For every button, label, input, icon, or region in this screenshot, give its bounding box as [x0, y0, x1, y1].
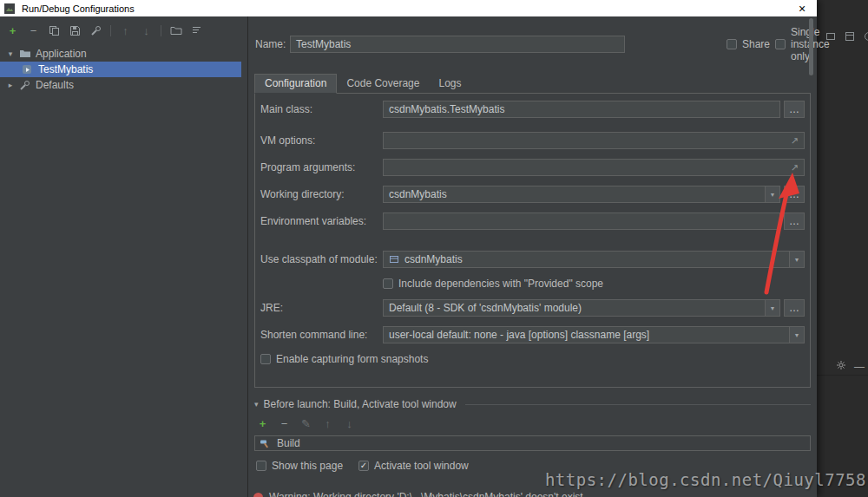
include-dependencies-checkbox[interactable]: Include dependencies with "Provided" sco…: [383, 278, 603, 290]
show-this-page-checkbox[interactable]: Show this page: [256, 460, 343, 472]
program-arguments-label: Program arguments:: [260, 161, 383, 173]
tree-item-label: Application: [36, 48, 87, 60]
use-classpath-row: Use classpath of module: csdnMybatis ▼: [260, 251, 805, 268]
warning-row: Warning: Working directory 'D:\...\Mybat…: [253, 491, 583, 497]
move-down-icon[interactable]: ↓: [343, 417, 356, 430]
tab-configuration[interactable]: Configuration: [254, 74, 337, 94]
watermark: https://blog.csdn.net/Qiuyl7758: [545, 470, 866, 489]
shorten-command-line-select[interactable]: user-local default: none - java [options…: [383, 326, 805, 343]
dropdown-arrow-icon[interactable]: ▼: [789, 327, 804, 343]
ide-background-strip: —: [817, 0, 868, 497]
program-arguments-row: Program arguments: ↗: [260, 159, 805, 176]
tab-logs[interactable]: Logs: [429, 75, 470, 93]
activate-tool-window-checkbox[interactable]: ✓ Activate tool window: [358, 460, 469, 472]
sort-configurations-icon[interactable]: [190, 24, 203, 37]
name-input[interactable]: TestMybatis: [290, 36, 625, 53]
name-label: Name:: [255, 38, 290, 50]
edit-templates-icon[interactable]: [89, 24, 102, 37]
before-launch-task-build[interactable]: Build: [254, 435, 811, 451]
enable-capturing-checkbox[interactable]: Enable capturing form snapshots: [260, 353, 428, 365]
vm-options-input[interactable]: ↗: [383, 132, 805, 149]
ide-toolbar-icon[interactable]: [843, 29, 856, 43]
dialog-title: Run/Debug Configurations: [22, 3, 135, 14]
checkbox-label: Activate tool window: [374, 460, 469, 472]
use-classpath-value: csdnMybatis: [404, 253, 463, 265]
run-debug-configurations-dialog: Run/Debug Configurations × + − ↑ ↓: [0, 0, 817, 497]
warning-icon: [253, 493, 263, 497]
collapse-section-icon[interactable]: ▾: [254, 400, 259, 409]
move-down-icon[interactable]: ↓: [140, 24, 153, 37]
checkbox-box: [256, 461, 266, 471]
expand-arrow-icon[interactable]: ▾: [6, 49, 15, 58]
toolbar-separator: [110, 25, 111, 36]
shorten-command-line-row: Shorten command line: user-local default…: [260, 326, 805, 343]
configurations-sidebar: + − ↑ ↓ ▾ Application: [0, 16, 248, 497]
before-launch-header[interactable]: ▾ Before launch: Build, Activate tool wi…: [254, 398, 811, 410]
vm-options-row: VM options: ↗: [260, 132, 805, 149]
add-task-icon[interactable]: +: [256, 417, 269, 430]
jre-value: Default (8 - SDK of 'csdnMybatis' module…: [389, 302, 582, 314]
module-icon: [389, 254, 401, 265]
name-value: TestMybatis: [296, 38, 351, 50]
move-up-icon[interactable]: ↑: [321, 417, 334, 430]
edit-task-icon[interactable]: ✎: [299, 417, 312, 430]
checkbox-label: Share: [742, 38, 770, 50]
single-instance-checkbox[interactable]: Single instance only: [775, 26, 810, 62]
scrollbar-thumb[interactable]: [809, 18, 813, 75]
checkbox-box: [260, 354, 271, 364]
working-directory-label: Working directory:: [260, 188, 383, 200]
application-run-icon: [22, 64, 34, 75]
section-divider: [465, 404, 811, 405]
jre-select[interactable]: Default (8 - SDK of 'csdnMybatis' module…: [383, 299, 780, 317]
checkbox-box: [775, 39, 786, 49]
copy-configuration-icon[interactable]: [48, 24, 61, 37]
enable-capturing-row: Enable capturing form snapshots: [260, 353, 805, 365]
remove-task-icon[interactable]: −: [278, 417, 291, 430]
environment-variables-input[interactable]: [383, 213, 780, 230]
hide-panel-icon[interactable]: —: [854, 361, 865, 373]
use-classpath-label: Use classpath of module:: [260, 253, 383, 265]
checkbox-box: [383, 278, 393, 289]
configuration-editor: Name: TestMybatis Share Single instance …: [248, 16, 817, 497]
tab-bar: Configuration Code Coverage Logs: [254, 74, 811, 93]
main-class-browse-button[interactable]: …: [784, 101, 805, 118]
tree-item-defaults[interactable]: ▸ Defaults: [0, 77, 247, 93]
environment-variables-label: Environment variables:: [260, 215, 383, 227]
checkbox-box: ✓: [358, 461, 369, 471]
checkbox-label: Enable capturing form snapshots: [276, 353, 428, 365]
shorten-command-line-value: user-local default: none - java [options…: [389, 329, 649, 341]
shorten-command-line-label: Shorten command line:: [260, 329, 383, 341]
main-class-label: Main class:: [260, 103, 383, 115]
move-up-icon[interactable]: ↑: [119, 24, 132, 37]
vm-options-label: VM options:: [260, 134, 383, 147]
expand-field-icon[interactable]: ↗: [791, 135, 799, 147]
collapse-arrow-icon[interactable]: ▸: [6, 81, 15, 89]
main-class-value: csdnMybatis.TestMybatis: [389, 103, 504, 115]
save-configuration-icon[interactable]: [69, 24, 82, 37]
wrench-icon: [19, 80, 31, 90]
tab-code-coverage[interactable]: Code Coverage: [337, 75, 429, 93]
new-folder-icon[interactable]: [169, 24, 182, 37]
checkbox-label: Show this page: [272, 460, 343, 472]
ide-toolbar-icon[interactable]: [862, 29, 868, 43]
remove-configuration-icon[interactable]: −: [27, 24, 40, 37]
tree-item-application[interactable]: ▾ Application: [0, 46, 247, 62]
main-class-input[interactable]: csdnMybatis.TestMybatis: [383, 101, 780, 118]
tree-item-testmybatis[interactable]: TestMybatis: [0, 62, 241, 77]
tree-item-label: Defaults: [36, 79, 74, 91]
working-directory-input[interactable]: csdnMybatis ▼: [383, 186, 780, 203]
add-configuration-icon[interactable]: +: [6, 24, 19, 37]
dialog-icon: [4, 3, 16, 14]
share-checkbox[interactable]: Share: [727, 26, 761, 62]
close-icon[interactable]: ×: [787, 0, 817, 16]
configuration-tab-panel: Main class: csdnMybatis.TestMybatis … VM…: [254, 93, 811, 388]
jre-browse-button[interactable]: …: [784, 299, 805, 317]
configurations-tree: ▾ Application TestMybatis ▸ Defaults: [0, 44, 247, 497]
main-class-row: Main class: csdnMybatis.TestMybatis …: [260, 101, 805, 118]
dropdown-arrow-icon[interactable]: ▼: [765, 300, 779, 316]
tree-item-label: TestMybatis: [38, 63, 93, 75]
name-row: Name: TestMybatis Share Single instance …: [255, 26, 812, 62]
jre-row: JRE: Default (8 - SDK of 'csdnMybatis' m…: [260, 299, 805, 317]
dialog-titlebar[interactable]: Run/Debug Configurations ×: [0, 0, 817, 16]
gear-icon[interactable]: [836, 360, 846, 373]
